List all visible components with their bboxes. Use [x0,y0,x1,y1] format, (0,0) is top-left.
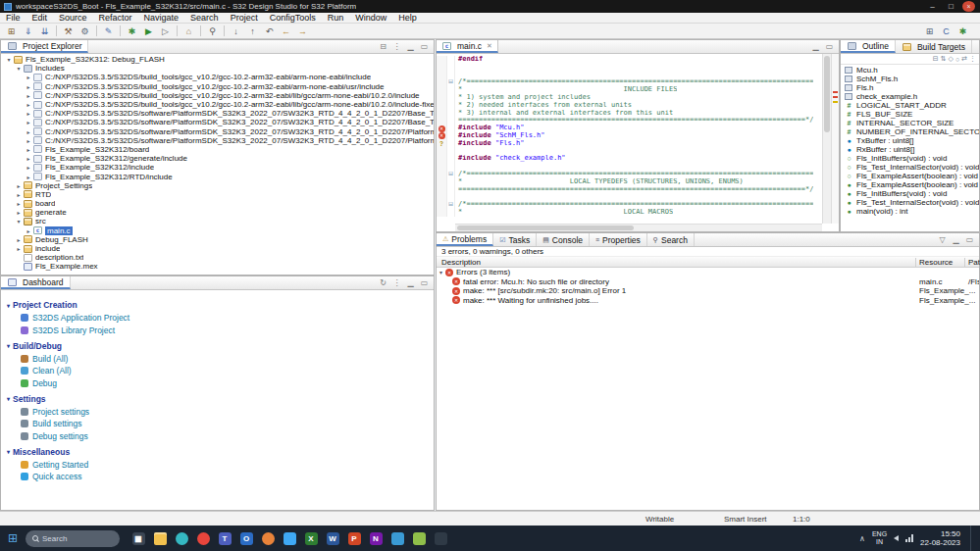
tree-item[interactable]: Fls_Example.mex [1,262,434,271]
code-line[interactable]: * LOCAL MACROS [455,209,673,217]
new-wizard-icon[interactable]: ⊞ [4,25,19,38]
outline-item-internal-sector-size[interactable]: #INTERNAL_SECTOR_SIZE [841,119,979,127]
menu-edit[interactable]: Edit [26,13,54,24]
fold-collapse-icon[interactable]: ⊟ [446,201,455,209]
save-icon[interactable]: ⇓ [21,25,35,38]
volume-icon[interactable] [894,535,899,541]
expand-arrow-icon[interactable]: ▸ [25,83,32,90]
expand-arrow-icon[interactable]: ▸ [25,227,32,234]
expand-arrow-icon[interactable]: ▸ [25,146,32,153]
scrollbar-thumb[interactable] [457,225,634,230]
tree-item[interactable]: ▸C:/NXP/S32DS.3.5/S32DS/build_tools/gcc_… [1,91,434,100]
hide-static-icon[interactable]: ○ [955,56,959,63]
dashboard-section-project-creation[interactable]: ▾Project Creation [7,300,428,310]
dashboard-section-build-debug[interactable]: ▾Build/Debug [7,341,428,351]
error-marker-icon[interactable] [437,132,446,140]
close-button[interactable]: × [962,1,975,12]
dashboard-link-build-all[interactable]: Build (All) [21,354,428,364]
expand-arrow-icon[interactable]: ▸ [25,164,32,171]
menu-navigate[interactable]: Navigate [138,13,185,24]
close-tab-icon[interactable]: ✕ [487,42,492,50]
collapse-arrow-icon[interactable]: ▾ [15,65,23,72]
tab-problems[interactable]: ⚠Problems [437,233,493,246]
outline-item-rxbuffer[interactable]: ●RxBuffer : uint8[] [841,145,979,154]
fold-collapse-icon[interactable]: ⊟ [446,171,455,178]
build-all-icon[interactable]: ⚙ [77,25,92,38]
section-collapse-icon[interactable]: ▾ [7,342,10,349]
minimize-view-icon[interactable]: ▁ [810,42,821,51]
expand-arrow-icon[interactable]: ▸ [25,92,32,99]
tab-dashboard[interactable]: Dashboard [1,276,71,289]
network-icon[interactable] [905,534,913,542]
dashboard-link-debug-settings[interactable]: Debug settings [21,431,428,441]
outline-item-fls-test-internalsector[interactable]: ●Fls_Test_InternalSector(void) : void [841,198,979,207]
minimize-view-icon[interactable]: ▁ [405,278,416,287]
outline-item-fls-test-internalsector[interactable]: ○Fls_Test_InternalSector(void) : void [841,163,979,172]
tree-item[interactable]: ▸C:/NXP/S32DS.3.5/S32DS/build_tools/gcc_… [1,82,434,91]
collapse-arrow-icon[interactable]: ▾ [437,269,445,276]
taskbar-search-box[interactable]: Search [26,530,120,547]
expand-arrow-icon[interactable]: ▸ [15,200,23,207]
code-line[interactable]: ========================================… [455,117,813,125]
expand-arrow-icon[interactable]: ▸ [25,119,32,125]
collapse-arrow-icon[interactable]: ▾ [15,218,23,225]
code-line[interactable]: /*======================================… [455,78,813,86]
tree-item[interactable]: ▸C:/NXP/S32DS.3.5/S32DS/software/Platfor… [1,109,434,118]
maximize-view-icon[interactable]: ▭ [824,42,835,51]
build-icon[interactable]: ⚒ [61,25,76,38]
tab-console[interactable]: ▤Console [537,233,590,246]
editor-horizontal-scrollbar[interactable] [455,224,822,231]
outline-item-fls-exampleassert[interactable]: ●Fls_ExampleAssert(boolean) : void [841,180,979,189]
scrollbar-thumb[interactable] [824,56,830,132]
taskbar-app-firefox[interactable] [257,526,279,551]
dashboard-section-settings[interactable]: ▾Settings [7,394,428,404]
column-path[interactable]: Path [968,258,980,267]
code-line[interactable]: #include "SchM_Fls.h" [455,132,545,140]
maximize-view-icon[interactable]: ▭ [419,278,430,287]
expand-arrow-icon[interactable]: ▸ [25,74,32,80]
column-divider[interactable] [964,258,965,267]
code-line[interactable]: * LOCAL TYPEDEFS (STRUCTURES, UNIONS, EN… [455,178,744,186]
collapse-all-icon[interactable]: ⊟ [933,55,939,63]
new-project-icon[interactable]: ⌂ [181,25,196,38]
tree-item[interactable]: ▾src [1,217,434,225]
expand-arrow-icon[interactable]: ▸ [25,155,32,162]
menu-file[interactable]: File [0,13,26,24]
tree-item[interactable]: ▸Project_Settings [1,181,434,190]
save-all-icon[interactable]: ⇊ [37,25,52,38]
column-resource[interactable]: Resource [919,258,953,267]
code-line[interactable]: /*======================================… [455,201,813,209]
column-divider[interactable] [915,258,916,267]
taskbar-app-teams[interactable]: T [214,526,235,551]
show-desktop-edge[interactable] [970,526,974,551]
tree-item[interactable]: ▸C:/NXP/S32DS.3.5/S32DS/software/Platfor… [1,136,434,145]
view-menu-icon[interactable]: ⋮ [391,278,402,287]
expand-arrow-icon[interactable]: ▸ [15,182,23,189]
taskbar-app-notepadpp[interactable] [408,526,430,551]
expand-arrow-icon[interactable]: ▸ [15,191,23,198]
fold-collapse-icon[interactable]: ⊟ [446,78,455,86]
view-menu-icon[interactable]: ⋮ [391,42,402,51]
run-icon[interactable]: ▶ [141,25,156,38]
tree-item[interactable]: ▸Fls_Example_S32K312/include [1,163,434,172]
open-perspective-icon[interactable]: ⊞ [922,25,937,38]
code-line[interactable]: ========================================… [455,186,813,194]
taskbar-app-store[interactable] [279,526,300,551]
minimize-view-icon[interactable]: ▁ [951,235,961,244]
outline-item-schm-fls-h[interactable]: SchM_Fls.h [841,75,979,83]
refresh-icon[interactable]: ↻ [378,278,388,287]
tab-outline[interactable]: Outline [841,40,896,53]
taskbar-app-terminal[interactable] [430,526,451,551]
taskbar-app-onenote[interactable]: N [365,526,387,551]
code-line[interactable]: #include "Mcu.h" [455,125,524,132]
expand-arrow-icon[interactable]: ▸ [25,101,32,108]
expand-arrow-icon[interactable]: ▸ [25,137,32,144]
tab-tasks[interactable]: ☑Tasks [493,233,537,246]
dashboard-link-clean-all[interactable]: Clean (All) [21,366,428,376]
tree-item[interactable]: ▸cmain.c [1,226,434,235]
menu-search[interactable]: Search [184,13,225,24]
outline-item-mcu-h[interactable]: Mcu.h [841,66,979,75]
view-menu-icon[interactable]: ⋮ [969,55,976,63]
taskbar-app-excel[interactable]: X [300,526,322,551]
back-icon[interactable]: ← [279,25,293,38]
